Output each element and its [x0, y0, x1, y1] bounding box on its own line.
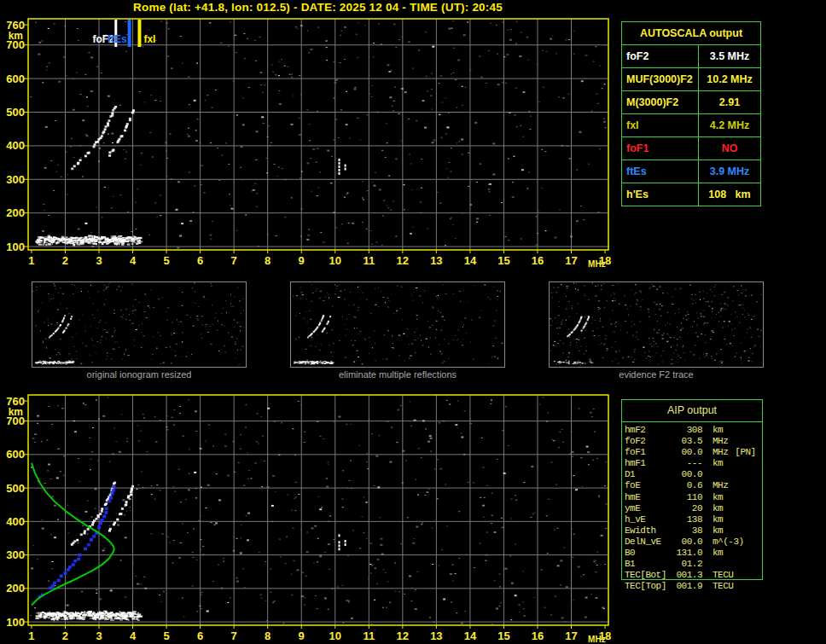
x-axis-unit-label: MHz — [588, 635, 606, 644]
series-sporadic-E-echo-band — [294, 361, 334, 365]
aip-row-hmf2: hmF2308km — [625, 425, 778, 436]
autoscala-row-value: 2.91 — [699, 91, 760, 113]
x-tick-label: 6 — [197, 254, 203, 267]
aip-row-unit: TECU — [713, 570, 733, 581]
aip-row-delnve: DelN_vE00.0m^(-3) — [625, 537, 778, 548]
autoscala-row-label: ftEs — [622, 160, 699, 183]
autoscala-row-ftes: ftEs3.9 MHz — [622, 160, 760, 183]
aip-row-label: ymE — [625, 503, 673, 514]
autoscala-row-value: NO — [699, 137, 760, 160]
y-axis-unit-label: km — [9, 406, 23, 418]
thumbnail-eliminate-reflections — [290, 281, 505, 368]
aip-row-fof1: foF100.0MHz[PN] — [625, 447, 778, 458]
x-tick-label: 2 — [62, 254, 68, 267]
x-tick-label: 8 — [265, 254, 270, 267]
aip-table-body: hmF2308kmfoF203.5MHzfoF100.0MHz[PN]hmF1-… — [625, 425, 778, 592]
autoscala-row-fof2: foF23.5 MHz — [622, 44, 760, 67]
thumbnail-border — [550, 282, 764, 368]
y-tick-label: 100 — [6, 241, 25, 253]
autoscala-row-label: M(3000)F2 — [622, 91, 699, 113]
autoscala-table-body: foF23.5 MHzMUF(3000)F210.2 MHzM(3000)F22… — [622, 44, 760, 206]
autoscala-row-label: h'Es — [622, 183, 699, 206]
autoscala-row-value: 3.5 MHz — [699, 45, 760, 67]
series-F2-extraordinary-trace — [581, 316, 590, 331]
aip-row-label: foF2 — [625, 436, 673, 447]
page-root: { "title": "Rome (lat: +41.8, lon: 012.5… — [0, 0, 826, 644]
series-F2-ordinary-trace — [49, 315, 66, 338]
autoscala-row-muf3000f2: MUF(3000)F210.2 MHz — [622, 67, 760, 90]
aip-row-label: hmF1 — [625, 458, 673, 469]
x-tick-label: 15 — [497, 629, 509, 642]
x-tick-label: 5 — [163, 629, 169, 642]
autoscala-row-value: 4.2 MHz — [699, 114, 760, 136]
y-tick-label: 400 — [6, 139, 25, 152]
aip-table-header: AIP output — [622, 404, 762, 416]
plot-frame — [28, 395, 608, 625]
series-sporadic-E-echo-band — [35, 361, 75, 365]
aip-row-hmf1: hmF1---km — [625, 458, 778, 469]
plot-frame — [28, 19, 608, 250]
thumbnail-caption-original: original ionogram resized — [32, 369, 247, 380]
aip-row-unit: km — [713, 492, 723, 503]
aip-row-b0: B0131.0km — [625, 548, 778, 559]
aip-row-unit: km — [713, 514, 723, 525]
noise-speckle-layer — [30, 20, 606, 248]
aip-row-tecbot: TEC[Bot]001.3TECU — [625, 570, 778, 581]
x-tick-label: 11 — [363, 629, 375, 642]
aip-row-label: Ewidth — [625, 525, 673, 537]
aip-row-unit: TECU — [713, 581, 733, 592]
x-tick-label: 3 — [96, 254, 102, 267]
x-tick-label: 6 — [197, 629, 203, 642]
x-tick-label: 1 — [28, 629, 34, 642]
noise-speckle-layer — [550, 282, 762, 364]
aip-row-label: hmE — [625, 492, 673, 503]
autoscala-table-header: AUTOSCALA output — [622, 22, 760, 44]
marker-label-ftes: ftEs — [108, 33, 127, 45]
autoscala-row-m3000f2: M(3000)F22.91 — [622, 90, 760, 113]
y-tick-label: 200 — [6, 582, 25, 595]
aip-row-b1: B101.2 — [625, 559, 778, 570]
profile-ionogram-chart: 123456789101112131415161718MHz7607006005… — [0, 388, 623, 644]
autoscala-output-table: AUTOSCALA output foF23.5 MHzMUF(3000)F21… — [621, 21, 761, 206]
autoscala-row-label: foF2 — [622, 45, 699, 67]
aip-header-divider — [622, 421, 762, 422]
y-tick-label: 600 — [6, 73, 25, 85]
aip-row-value: 138 — [673, 514, 702, 525]
y-tick-label: 500 — [6, 482, 25, 495]
series-sporadic-E-echo-band — [35, 611, 143, 622]
series-interference-dashes — [339, 534, 346, 550]
aip-row-value: 00.0 — [673, 537, 702, 548]
x-tick-label: 7 — [231, 254, 237, 267]
aip-row-label: foF1 — [625, 447, 673, 458]
x-tick-label: 16 — [532, 254, 544, 267]
aip-row-value: 131.0 — [673, 548, 702, 559]
grid-layer — [28, 19, 608, 250]
series-interference-dashes — [339, 159, 346, 175]
aip-row-value: 0.6 — [673, 480, 702, 491]
aip-row-value: 01.2 — [673, 559, 702, 570]
autoscala-row-value: 3.9 MHz — [699, 160, 760, 183]
autoscala-row-label: foF1 — [622, 137, 699, 160]
aip-row-label: foE — [625, 480, 673, 491]
y-tick-label: 300 — [6, 173, 25, 186]
aip-row-label: h_vE — [625, 514, 673, 525]
aip-row-unit: km — [713, 525, 723, 537]
frequency-markers: foF2ftEsfxI — [92, 20, 155, 47]
aip-row-fof2: foF203.5MHz — [625, 436, 778, 447]
aip-row-value: 110 — [673, 492, 702, 503]
aip-row-ewidth: Ewidth38km — [625, 525, 778, 537]
x-tick-label: 9 — [299, 254, 305, 267]
page-title: Rome (lat: +41.8, lon: 012.5) - DATE: 20… — [0, 1, 636, 14]
autoscala-row-fxi: fxI4.2 MHz — [622, 113, 760, 136]
x-tick-label: 17 — [565, 629, 577, 642]
series-sporadic-E-echo-band — [35, 235, 143, 247]
aip-row-hme: hmE110km — [625, 492, 778, 503]
x-tick-label: 7 — [231, 629, 237, 642]
autoscala-row-hes: h'Es108 km — [622, 183, 760, 206]
x-tick-label: 15 — [497, 254, 509, 267]
x-tick-label: 16 — [532, 629, 544, 642]
thumbnail-caption-f2trace: evidence F2 trace — [549, 369, 764, 380]
aip-row-value: --- — [673, 458, 702, 469]
x-tick-label: 13 — [430, 254, 442, 267]
aip-row-label: TEC[Bot] — [625, 570, 673, 581]
